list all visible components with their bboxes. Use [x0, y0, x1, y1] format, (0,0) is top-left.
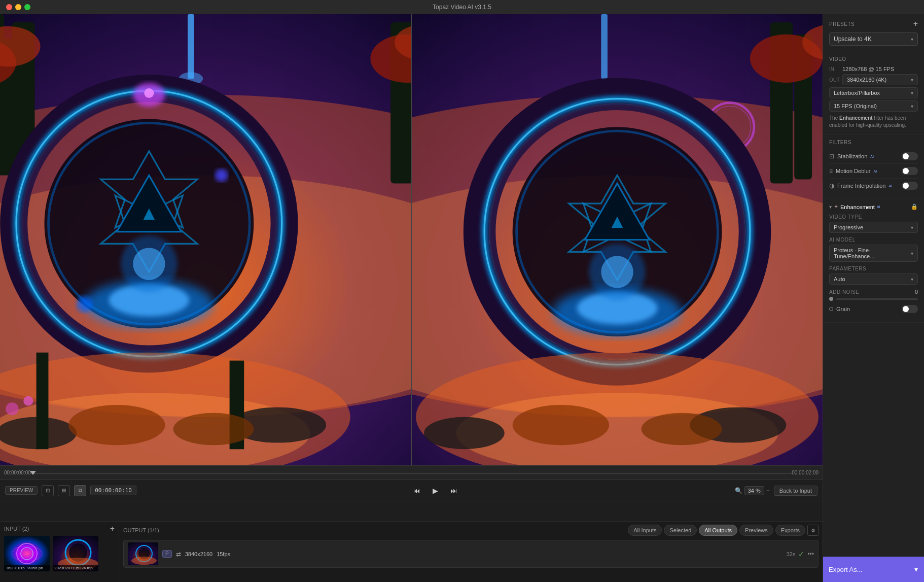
grain-toggle[interactable] [902, 305, 918, 313]
ai-model-dropdown[interactable]: Proteus - Fine-Tune/Enhance... ▾ [829, 245, 918, 262]
frame-interpolation-toggle[interactable] [902, 182, 918, 190]
preview-container: ▲ [0, 14, 823, 465]
preset-chevron: ▾ [911, 37, 913, 42]
input-panel: INPUT (2) + [0, 522, 119, 582]
lock-icon: 🔒 [911, 203, 918, 210]
video-out-label: OUT [829, 77, 840, 83]
video-aspect-dropdown[interactable]: Letterbox/Pillarbox ▾ [829, 87, 918, 98]
current-time-display: 00:00:00:10 [90, 486, 136, 495]
enhancement-ai-badge: AI [877, 205, 880, 209]
frame-view-btn[interactable]: ⊡ [42, 485, 54, 496]
preview-badge[interactable]: PREVIEW [5, 486, 38, 495]
frame-interpolation-icon: ◑ [829, 182, 834, 189]
titlebar-buttons [6, 4, 30, 10]
svg-point-42 [23, 396, 33, 405]
svg-point-34 [215, 169, 228, 182]
add-input-btn[interactable]: + [110, 525, 115, 533]
frame-interpolation-name: ◑ Frame Interpolation AI [829, 182, 892, 189]
motion-deblur-ai-badge: AI [874, 169, 877, 173]
play-btn[interactable]: ▶ [430, 486, 441, 496]
preview-divider [411, 14, 412, 465]
all-inputs-btn[interactable]: All Inputs [628, 525, 662, 536]
video-in-label: IN [829, 66, 840, 72]
video-out-value: 3840x2160 (4K) [847, 77, 886, 83]
input-header: INPUT (2) + [4, 525, 115, 533]
output-more-btn[interactable]: ••• [807, 551, 814, 558]
svg-point-88 [131, 557, 157, 565]
noise-slider[interactable] [836, 298, 918, 300]
filters-header: FILTERS [829, 140, 918, 145]
video-out-dropdown[interactable]: 3840x2160 (4K) ▾ [842, 74, 918, 85]
export-arrow-icon: ▾ [914, 565, 918, 573]
video-type-dropdown[interactable]: Progressive ▾ [829, 222, 918, 233]
svg-point-70 [601, 256, 633, 288]
scrubber-bar [30, 473, 792, 474]
zoom-control: 🔍 34 % − [735, 486, 770, 495]
output-check-icon: ✓ [798, 550, 804, 558]
add-preset-btn[interactable]: + [913, 19, 918, 28]
stabilization-toggle[interactable] [902, 152, 918, 160]
stabilization-icon: ⊡ [829, 153, 834, 160]
enhancement-info: The Enhancement filter has been enabled … [829, 115, 918, 129]
output-process-badge: P [162, 550, 172, 558]
timeline-scrubber[interactable]: 00:00:00:00 00:00:02:00 [0, 466, 823, 480]
motion-deblur-label: Motion Deblur [836, 168, 870, 174]
parameters-chevron: ▾ [911, 277, 913, 282]
output-right: 32s ✓ ••• [787, 550, 814, 558]
video-area: ▲ [0, 14, 823, 582]
filters-label: FILTERS [829, 140, 851, 145]
video-aspect-value: Letterbox/Pillarbox [834, 90, 880, 96]
zoom-minus-btn[interactable]: − [766, 487, 770, 494]
video-fps-dropdown[interactable]: 15 FPS (Original) ▾ [829, 100, 918, 112]
maximize-button[interactable] [24, 4, 30, 10]
enhancement-label: Enhancement [840, 204, 875, 210]
noise-value: 0 [915, 289, 918, 295]
export-bar[interactable]: Export As... ▾ [823, 557, 924, 582]
scrubber-handle[interactable] [30, 471, 36, 475]
parameters-label: PARAMETERS [829, 266, 918, 271]
stabilization-row: ⊡ Stabilization AI [829, 149, 918, 164]
output-thumb [128, 542, 158, 565]
input-thumb-2[interactable]: 20230207135324.mp4 ... [53, 536, 98, 571]
ai-model-value: Proteus - Fine-Tune/Enhance... [834, 247, 911, 259]
presets-header: PRESETS + [829, 19, 918, 28]
back-to-input-btn[interactable]: Back to Input [774, 486, 818, 496]
frame-interpolation-row: ◑ Frame Interpolation AI [829, 179, 918, 193]
all-outputs-btn[interactable]: All Outputs [699, 525, 737, 536]
parameters-dropdown[interactable]: Auto ▾ [829, 273, 918, 285]
output-fps: 15fps [217, 551, 230, 557]
svg-point-76 [642, 413, 722, 446]
video-in-row: IN 1280x768 @ 15 FPS [829, 66, 918, 72]
split-view-btn[interactable]: ⧉ [74, 485, 86, 496]
preset-dropdown[interactable]: Upscale to 4K ▾ [829, 32, 918, 46]
input-thumbnails: .09231015_%05d.png ... [4, 536, 115, 571]
enhancement-header: ▾ ✦ Enhancement AI 🔒 [829, 203, 918, 210]
zoom-icon[interactable]: 🔍 [735, 487, 742, 494]
svg-text:▲: ▲ [139, 202, 159, 224]
close-button[interactable] [6, 4, 12, 10]
minimize-button[interactable] [15, 4, 21, 10]
output-header: OUTPUT (1/1) All Inputs Selected All Out… [123, 525, 819, 536]
right-sidebar: PRESETS + Upscale to 4K ▾ VIDEO IN 1280x… [823, 14, 924, 582]
export-label: Export As... [829, 566, 862, 573]
enhancement-section: ▾ ✦ Enhancement AI 🔒 VIDEO TYPE Progress… [823, 198, 924, 323]
timeline-end: 00:00:02:00 [792, 470, 819, 475]
output-settings-btn[interactable]: ⚙ [807, 525, 819, 536]
output-resolution: 3840x2160 [185, 551, 212, 557]
svg-point-32 [133, 248, 165, 280]
skip-forward-btn[interactable]: ⏭ [447, 486, 460, 496]
motion-deblur-toggle[interactable] [902, 167, 918, 175]
previews-btn[interactable]: Previews [739, 525, 773, 536]
input-thumb-1-label: .09231015_%05d.png ... [4, 565, 50, 571]
video-aspect-chevron: ▾ [911, 90, 913, 96]
selected-btn[interactable]: Selected [664, 525, 697, 536]
filters-section: FILTERS ⊡ Stabilization AI ≡ Motion Debl… [823, 134, 924, 198]
exports-btn[interactable]: Exports [775, 525, 805, 536]
svg-point-43 [68, 405, 165, 445]
input-thumb-1[interactable]: .09231015_%05d.png ... [4, 536, 50, 571]
compare-btn[interactable]: ⊞ [58, 485, 70, 496]
grain-dot-icon [829, 307, 833, 311]
svg-point-22 [144, 88, 154, 98]
grain-row: Grain [829, 301, 918, 317]
skip-back-btn[interactable]: ⏮ [410, 486, 423, 496]
